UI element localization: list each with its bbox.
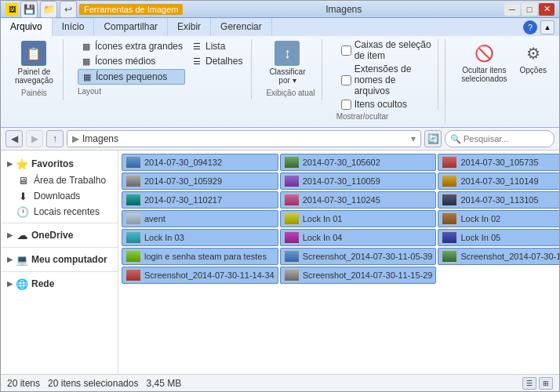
favorites-header[interactable]: ▶ ⭐ Favoritos [1, 155, 118, 172]
hidden-checkbox[interactable] [341, 100, 351, 110]
address-path[interactable]: ▶ Imagens ▾ [67, 130, 421, 147]
tab-compartilhar[interactable]: Compartilhar [94, 18, 168, 36]
file-item[interactable]: 2014-07-30_110217 [122, 191, 278, 209]
downloads-icon: ⬇ [16, 190, 29, 202]
checkbox-selection[interactable]: Caixas de seleção de item [341, 39, 434, 61]
up-button[interactable]: ↑ [46, 130, 64, 147]
icons-med-icon: ▦ [80, 55, 93, 67]
file-item[interactable]: avent [122, 210, 278, 227]
file-thumbnail [442, 212, 457, 225]
back-button[interactable]: ◀ [5, 130, 23, 147]
tab-exibir[interactable]: Exibir [168, 18, 211, 36]
quick-folder[interactable]: 📁 [40, 1, 57, 18]
file-item[interactable]: Screenshot_2014-07-30-11-05-47 [438, 248, 559, 265]
computer-header[interactable]: ▶ 💻 Meu computador [1, 251, 118, 268]
network-chevron: ▶ [7, 280, 13, 288]
close-button[interactable]: ✕ [539, 3, 555, 16]
quick-undo[interactable]: ↩ [60, 1, 77, 18]
onedrive-header[interactable]: ▶ ☁ OneDrive [1, 227, 118, 244]
icon-size-buttons-left: ▦ Ícones extra grandes ▦ Ícones médios ▦… [78, 39, 185, 85]
status-bar: 20 itens 20 itens selecionados 3,45 MB ☰… [1, 374, 559, 391]
nav-panel-button[interactable]: 📋 Painel denavegação [12, 39, 56, 86]
file-item[interactable]: 2014-07-30_094132 [122, 154, 278, 171]
path-dropdown-arrow[interactable]: ▾ [411, 133, 416, 144]
file-item[interactable]: 2014-07-30_110149 [438, 172, 559, 190]
file-grid: 2014-07-30_094132 2014-07-30_105602 2014… [122, 154, 556, 284]
sidebar-item-downloads[interactable]: ⬇ Downloads [1, 188, 118, 204]
computer-icon: 💻 [16, 253, 28, 266]
file-list[interactable]: 2014-07-30_094132 2014-07-30_105602 2014… [118, 151, 559, 374]
extensions-checkbox[interactable] [341, 75, 351, 85]
file-name: Lock In 04 [303, 233, 433, 242]
tab-gerenciar[interactable]: Gerenciar [211, 18, 272, 36]
computer-label: Meu computador [31, 254, 107, 265]
file-item[interactable]: Screenshot_2014-07-30-11-15-29 [280, 267, 437, 284]
onedrive-chevron: ▶ [7, 231, 13, 239]
details-view-btn[interactable]: ☰ Detalhes [188, 54, 245, 68]
file-thumbnail [284, 156, 300, 169]
sort-by-button[interactable]: ↕ Classificarpor ▾ [266, 39, 308, 86]
file-thumbnail [442, 194, 457, 206]
file-name: Lock In 03 [144, 233, 275, 242]
file-thumbnail [125, 212, 141, 225]
sort-icon: ↕ [275, 41, 300, 66]
file-name: 2014-07-30_110245 [303, 195, 433, 205]
forward-button[interactable]: ▶ [26, 130, 43, 147]
options-button[interactable]: ⚙ Opções [515, 39, 551, 76]
file-item[interactable]: Screenshot_2014-07-30-11-14-34 [122, 267, 278, 284]
options-label: Opções [520, 66, 547, 74]
favorites-chevron: ▶ [7, 160, 13, 168]
ribbon-group-layout: ▦ Ícones extra grandes ▦ Ícones médios ▦… [71, 39, 252, 99]
icons-sm-icon: ▦ [81, 71, 93, 83]
tools-label[interactable]: Ferramentas de Imagem [79, 4, 183, 15]
hide-selected-button[interactable]: 🚫 Ocultar itensselecionados [456, 39, 511, 85]
file-thumbnail [284, 212, 300, 225]
file-thumbnail [284, 269, 300, 281]
checkbox-hidden[interactable]: Itens ocultos [341, 99, 434, 110]
file-item[interactable]: Lock In 02 [438, 210, 559, 227]
file-item[interactable]: 2014-07-30_105735 [438, 154, 559, 171]
items-count: 20 itens [7, 378, 40, 389]
quick-save[interactable]: 💾 [20, 1, 38, 18]
file-item[interactable]: Lock In 04 [280, 229, 437, 246]
search-input[interactable] [464, 134, 560, 143]
address-bar: ◀ ▶ ↑ ▶ Imagens ▾ 🔄 🔍 [1, 128, 559, 151]
maximize-button[interactable]: □ [522, 3, 537, 16]
file-thumbnail [125, 269, 141, 281]
file-item[interactable]: login e senha steam para testes [122, 248, 278, 265]
icons-medium-btn[interactable]: ▦ Ícones médios [78, 54, 185, 68]
list-view-status-btn[interactable]: ☰ [522, 377, 536, 390]
help-button[interactable]: ? [523, 20, 537, 34]
tab-arquivo[interactable]: Arquivo [1, 18, 53, 36]
sidebar-item-recent[interactable]: 🕐 Locais recentes [1, 204, 118, 220]
file-item[interactable]: Lock In 05 [438, 229, 559, 246]
file-item[interactable]: 2014-07-30_110059 [280, 172, 437, 190]
app-icon: 🖼 [5, 3, 18, 16]
ribbon-group-panels: 📋 Painel denavegação Painéis [5, 39, 64, 100]
refresh-button[interactable]: 🔄 [424, 130, 442, 147]
file-item[interactable]: 2014-07-30_105929 [122, 172, 278, 190]
sidebar-item-desktop[interactable]: 🖥 Área de Trabalho [1, 172, 118, 188]
file-item[interactable]: 2014-07-30_113105 [438, 191, 559, 209]
search-box[interactable]: 🔍 [445, 130, 555, 147]
icons-small-btn[interactable]: ▦ Ícones pequenos [78, 69, 185, 85]
file-thumbnail [125, 250, 141, 263]
ribbon-toggle-button[interactable]: ▲ [540, 20, 555, 34]
tab-inicio[interactable]: Início [53, 18, 95, 36]
file-item[interactable]: 2014-07-30_105602 [280, 154, 437, 171]
panels-group-label: Painéis [21, 89, 47, 97]
icons-extra-large-btn[interactable]: ▦ Ícones extra grandes [78, 39, 185, 53]
grid-view-status-btn[interactable]: ⊞ [539, 377, 553, 390]
minimize-button[interactable]: ─ [504, 3, 520, 16]
checkbox-extensions[interactable]: Extensões de nomes de arquivos [341, 64, 434, 96]
onedrive-icon: ☁ [16, 229, 28, 241]
file-item[interactable]: Screenshot_2014-07-30-11-05-39 [280, 248, 437, 265]
file-item[interactable]: 2014-07-30_110245 [280, 191, 437, 209]
file-item[interactable]: Lock In 03 [122, 229, 278, 246]
selection-checkbox[interactable] [341, 45, 351, 56]
file-item[interactable]: Lock In 01 [280, 210, 437, 227]
network-header[interactable]: ▶ 🌐 Rede [1, 275, 118, 292]
list-view-btn[interactable]: ☰ Lista [188, 39, 245, 53]
favorites-label: Favoritos [31, 158, 74, 169]
options-icon: ⚙ [521, 41, 546, 66]
